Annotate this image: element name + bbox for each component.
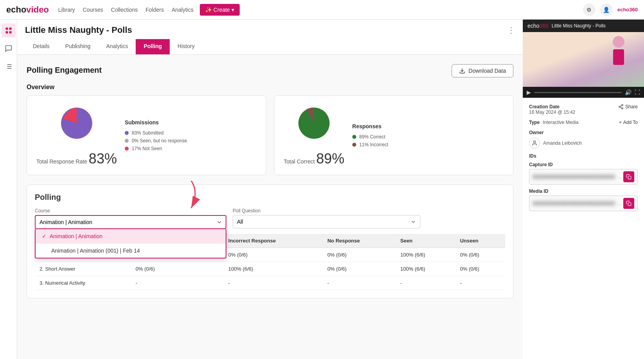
logo: echovideo <box>6 5 49 15</box>
svg-point-17 <box>622 108 623 109</box>
user-label: echo360 <box>617 7 638 13</box>
cell-unseen-1: 0% (0/6) <box>455 248 505 262</box>
capture-id-row: Capture ID █████████████████████████████… <box>529 162 638 185</box>
table-row: 3. Numerical Activity - - - - - <box>35 276 505 290</box>
red-arrow <box>176 181 207 216</box>
legend-dot-incorrect <box>352 143 356 147</box>
fullscreen-button[interactable]: ⛶ <box>635 89 640 95</box>
submissions-chart-area: Total Response Rate 83% <box>36 104 117 167</box>
sidebar-icon-list[interactable] <box>2 59 16 74</box>
cell-no-response-3: - <box>323 276 396 290</box>
legend-not-seen: 17% Not Seen <box>125 146 187 151</box>
panel-info: Creation Date 16 May 2024 @ 15:42 Share … <box>523 98 644 359</box>
add-to-button[interactable]: + Add To <box>619 120 638 125</box>
cell-no-response-1: 0% (0/6) <box>323 248 396 262</box>
dropdown-item-label-2: Animation | Animation (001) | Feb 14 <box>51 248 140 254</box>
th-incorrect-response: Incorrect Response <box>224 234 323 248</box>
capture-id-label: Capture ID <box>529 162 638 167</box>
play-control-button[interactable]: ▶ <box>527 89 531 95</box>
page-title: Little Miss Naughty - Polls <box>25 25 132 35</box>
dropdown-item-animation[interactable]: ✓ Animation | Animation <box>36 229 226 243</box>
logo-echo: echo <box>6 5 26 15</box>
tab-details[interactable]: Details <box>25 39 57 54</box>
legend-dot-not-seen <box>125 147 129 151</box>
user-icon[interactable]: 👤 <box>600 4 613 16</box>
media-id-copy-button[interactable] <box>623 198 634 209</box>
submissions-card: Total Response Rate 83% Submissions 83% … <box>27 95 266 175</box>
person-icon <box>531 140 538 146</box>
share-label: Share <box>625 104 638 109</box>
navbar-right: ⚙ 👤 echo360 <box>583 4 638 16</box>
nav-analytics[interactable]: Analytics <box>172 7 194 13</box>
poll-question-filter-group: Poll Question All <box>233 208 420 229</box>
svg-rect-22 <box>628 203 631 206</box>
poll-question-select[interactable]: All <box>233 215 420 228</box>
legend-dot-seen-no <box>125 139 129 143</box>
total-response-value: 83% <box>89 151 117 167</box>
download-button[interactable]: Download Data <box>452 64 513 77</box>
total-correct-label: Total Correct 89% <box>284 151 344 167</box>
svg-rect-21 <box>628 176 631 179</box>
volume-control-button[interactable]: 🔊 <box>625 89 631 95</box>
capture-id-value: ████████████████████████████████ <box>533 174 615 179</box>
th-seen: Seen <box>396 234 456 248</box>
legend-dot-submitted <box>125 131 129 135</box>
cell-incorrect-2: 100% (6/6) <box>224 262 323 276</box>
type-row: Type Interactive Media + Add To <box>529 120 638 125</box>
polling-engagement-title: Polling Engagement <box>27 66 102 75</box>
dropdown-item-animation-001[interactable]: Animation | Animation (001) | Feb 14 <box>36 244 226 258</box>
create-button[interactable]: ✨ Create ▾ <box>200 4 240 16</box>
tabs: Details Publishing Analytics Polling His… <box>25 39 515 54</box>
responses-title: Responses <box>352 123 388 129</box>
page-menu-icon[interactable]: ⋮ <box>507 25 515 35</box>
cell-seen-1: 100% (6/6) <box>396 248 456 262</box>
tab-publishing[interactable]: Publishing <box>57 39 99 54</box>
th-no-response: No Response <box>323 234 396 248</box>
owner-row: Amanda Leibovich <box>529 138 638 149</box>
capture-id-copy-button[interactable] <box>623 171 634 182</box>
cell-incorrect-3: - <box>224 276 323 290</box>
progress-bar[interactable] <box>534 92 622 93</box>
tab-history[interactable]: History <box>170 39 203 54</box>
top-action-row: Polling Engagement Download Data <box>27 64 513 77</box>
owner-avatar <box>529 138 540 149</box>
dropdown-item-label-1: Animation | Animation <box>50 233 102 239</box>
responses-legend: Responses 89% Correct 11% Incorrect <box>352 123 388 147</box>
share-button[interactable]: Share <box>618 104 638 109</box>
cell-no-response-2: 0% (0/6) <box>323 262 396 276</box>
sidebar-icon-grid[interactable] <box>2 23 16 38</box>
poll-question-label: Poll Question <box>233 208 420 214</box>
nav-collections[interactable]: Collections <box>111 7 138 13</box>
responses-chart-area: Total Correct 89% <box>284 104 344 167</box>
submissions-chart-legend: 83% Submitted 0% Seen, but no response 1… <box>125 130 187 151</box>
tab-polling[interactable]: Polling <box>136 39 170 54</box>
nav-library[interactable]: Library <box>58 7 75 13</box>
legend-label-not-seen: 17% Not Seen <box>132 146 162 151</box>
legend-dot-correct <box>352 135 356 139</box>
cell-seen-2: 100% (6/6) <box>396 262 456 276</box>
responses-card: Total Correct 89% Responses 89% Correct <box>274 95 514 175</box>
course-select[interactable]: Animation | Animation Animation | Animat… <box>35 215 226 229</box>
filter-area: Course Animation | Animation Animation |… <box>35 208 505 229</box>
copy-icon <box>626 174 631 180</box>
video-logo-360: 360 <box>539 23 548 29</box>
th-unseen: Unseen <box>455 234 505 248</box>
cell-correct-3: - <box>131 276 224 290</box>
legend-seen-no-response: 0% Seen, but no response <box>125 138 187 144</box>
media-id-label: Media ID <box>529 188 638 194</box>
thumbnail-character <box>609 36 628 67</box>
content-area: Little Miss Naughty - Polls ⋮ Details Pu… <box>17 20 523 359</box>
nav-courses[interactable]: Courses <box>83 7 103 13</box>
tab-analytics[interactable]: Analytics <box>98 39 136 54</box>
settings-icon[interactable]: ⚙ <box>583 4 596 16</box>
legend-label-correct: 89% Correct <box>359 134 386 140</box>
legend-correct: 89% Correct <box>352 134 388 140</box>
nav-folders[interactable]: Folders <box>145 7 164 13</box>
responses-chart-legend: 89% Correct 11% Incorrect <box>352 134 388 147</box>
sidebar-icon-chat[interactable] <box>2 41 16 56</box>
video-header: echo360 Little Miss Naughty - Polls <box>523 20 644 32</box>
submissions-pie-chart <box>57 104 96 143</box>
capture-id-ellipsis: ... <box>617 174 621 179</box>
plus-icon: + <box>619 120 622 125</box>
owner-label: Owner <box>529 130 638 135</box>
